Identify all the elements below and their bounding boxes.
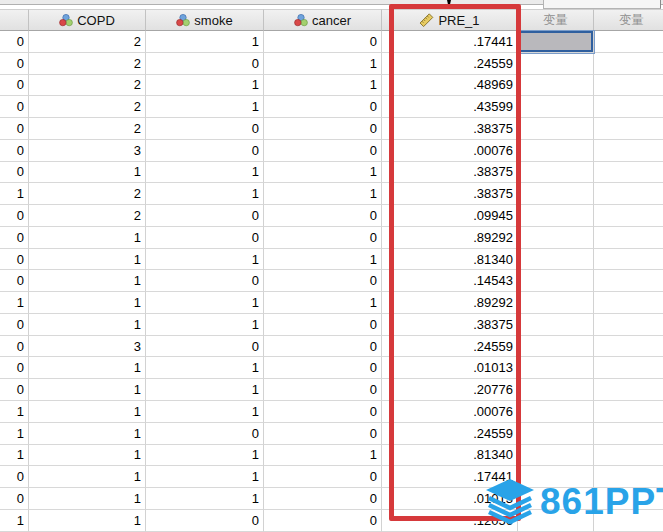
- cell-COPD-row4[interactable]: 2: [29, 96, 146, 118]
- cell-smoke-row3[interactable]: 1: [146, 75, 264, 97]
- cell-cancer-row23[interactable]: 0: [264, 510, 382, 532]
- cell-变量-row14[interactable]: [594, 314, 663, 336]
- cell-变量-row2[interactable]: [594, 53, 663, 75]
- cell-变量-row6[interactable]: [594, 140, 663, 162]
- cell-smoke-row4[interactable]: 1: [146, 96, 264, 118]
- cell-PRE_1-row23[interactable]: .12056: [382, 510, 518, 532]
- cell-变量-row15[interactable]: [518, 336, 594, 358]
- cell-col0-row11[interactable]: 0: [0, 249, 29, 271]
- cell-变量-row1[interactable]: [594, 31, 663, 53]
- cell-变量-row7[interactable]: [518, 162, 594, 184]
- cell-变量-row9[interactable]: [518, 205, 594, 227]
- cell-smoke-row17[interactable]: 1: [146, 379, 264, 401]
- cell-smoke-row16[interactable]: 1: [146, 357, 264, 379]
- column-header-变量[interactable]: 变量: [518, 9, 594, 31]
- cell-变量-row4[interactable]: [594, 96, 663, 118]
- cell-cancer-row18[interactable]: 0: [264, 401, 382, 423]
- cell-PRE_1-row19[interactable]: .24559: [382, 423, 518, 445]
- cell-smoke-row1[interactable]: 1: [146, 31, 264, 53]
- cell-col0-row7[interactable]: 0: [0, 162, 29, 184]
- cell-变量-row2[interactable]: [518, 53, 594, 75]
- cell-变量-row5[interactable]: [594, 118, 663, 140]
- cell-cancer-row21[interactable]: 0: [264, 466, 382, 488]
- cell-变量-row5[interactable]: [518, 118, 594, 140]
- cell-col0-row15[interactable]: 0: [0, 336, 29, 358]
- cell-smoke-row6[interactable]: 0: [146, 140, 264, 162]
- cell-col0-row20[interactable]: 1: [0, 445, 29, 467]
- cell-变量-row21[interactable]: [594, 466, 663, 488]
- cell-cancer-row22[interactable]: 0: [264, 488, 382, 510]
- cell-cancer-row11[interactable]: 1: [264, 249, 382, 271]
- cell-COPD-row21[interactable]: 1: [29, 466, 146, 488]
- cell-col0-row6[interactable]: 0: [0, 140, 29, 162]
- cell-col0-row3[interactable]: 0: [0, 75, 29, 97]
- cell-变量-row16[interactable]: [594, 357, 663, 379]
- cell-smoke-row5[interactable]: 0: [146, 118, 264, 140]
- cell-cancer-row10[interactable]: 0: [264, 227, 382, 249]
- cell-cancer-row16[interactable]: 0: [264, 357, 382, 379]
- cell-PRE_1-row2[interactable]: .24559: [382, 53, 518, 75]
- cell-PRE_1-row1[interactable]: .17441: [382, 31, 518, 53]
- cell-COPD-row1[interactable]: 2: [29, 31, 146, 53]
- cell-变量-row8[interactable]: [594, 183, 663, 205]
- cell-PRE_1-row3[interactable]: .48969: [382, 75, 518, 97]
- cell-PRE_1-row10[interactable]: .89292: [382, 227, 518, 249]
- cell-col0-row12[interactable]: 0: [0, 270, 29, 292]
- cell-变量-row18[interactable]: [594, 401, 663, 423]
- cell-col0-row18[interactable]: 1: [0, 401, 29, 423]
- cell-COPD-row9[interactable]: 2: [29, 205, 146, 227]
- cell-COPD-row17[interactable]: 1: [29, 379, 146, 401]
- cell-cancer-row17[interactable]: 0: [264, 379, 382, 401]
- cell-COPD-row6[interactable]: 3: [29, 140, 146, 162]
- cell-cancer-row2[interactable]: 1: [264, 53, 382, 75]
- cell-col0-row16[interactable]: 0: [0, 357, 29, 379]
- cell-col0-row9[interactable]: 0: [0, 205, 29, 227]
- column-header-COPD[interactable]: COPD: [29, 9, 146, 31]
- cell-COPD-row11[interactable]: 1: [29, 249, 146, 271]
- cell-smoke-row12[interactable]: 0: [146, 270, 264, 292]
- cell-PRE_1-row15[interactable]: .24559: [382, 336, 518, 358]
- cell-变量-row16[interactable]: [518, 357, 594, 379]
- cell-PRE_1-row13[interactable]: .89292: [382, 292, 518, 314]
- cell-变量-row10[interactable]: [594, 227, 663, 249]
- cell-smoke-row7[interactable]: 1: [146, 162, 264, 184]
- cell-PRE_1-row20[interactable]: .81340: [382, 445, 518, 467]
- cell-PRE_1-row18[interactable]: .00076: [382, 401, 518, 423]
- cell-col0-row21[interactable]: 0: [0, 466, 29, 488]
- cell-PRE_1-row12[interactable]: .14543: [382, 270, 518, 292]
- cell-cancer-row15[interactable]: 0: [264, 336, 382, 358]
- cell-PRE_1-row4[interactable]: .43599: [382, 96, 518, 118]
- cell-cancer-row13[interactable]: 1: [264, 292, 382, 314]
- cell-cancer-row14[interactable]: 0: [264, 314, 382, 336]
- column-header-cancer[interactable]: cancer: [264, 9, 382, 31]
- cell-col0-row23[interactable]: 1: [0, 510, 29, 532]
- cell-COPD-row10[interactable]: 1: [29, 227, 146, 249]
- cell-COPD-row8[interactable]: 2: [29, 183, 146, 205]
- cell-PRE_1-row14[interactable]: .38375: [382, 314, 518, 336]
- cell-变量-row17[interactable]: [594, 379, 663, 401]
- cell-col0-row13[interactable]: 1: [0, 292, 29, 314]
- cell-cancer-row12[interactable]: 0: [264, 270, 382, 292]
- cell-变量-row22[interactable]: [518, 488, 594, 510]
- cell-smoke-row15[interactable]: 0: [146, 336, 264, 358]
- cell-变量-row23[interactable]: [594, 510, 663, 532]
- cell-col0-row22[interactable]: 0: [0, 488, 29, 510]
- cell-变量-row22[interactable]: [594, 488, 663, 510]
- cell-smoke-row19[interactable]: 0: [146, 423, 264, 445]
- cell-变量-row10[interactable]: [518, 227, 594, 249]
- cell-COPD-row7[interactable]: 1: [29, 162, 146, 184]
- cell-PRE_1-row8[interactable]: .38375: [382, 183, 518, 205]
- cell-col0-row19[interactable]: 1: [0, 423, 29, 445]
- cell-col0-row10[interactable]: 0: [0, 227, 29, 249]
- cell-变量-row3[interactable]: [594, 75, 663, 97]
- cell-变量-row20[interactable]: [518, 445, 594, 467]
- cell-COPD-row3[interactable]: 2: [29, 75, 146, 97]
- cell-COPD-row20[interactable]: 1: [29, 445, 146, 467]
- cell-变量-row14[interactable]: [518, 314, 594, 336]
- cell-smoke-row14[interactable]: 1: [146, 314, 264, 336]
- cell-cancer-row7[interactable]: 1: [264, 162, 382, 184]
- cell-变量-row23[interactable]: [518, 510, 594, 532]
- cell-smoke-row8[interactable]: 1: [146, 183, 264, 205]
- cell-col0-row17[interactable]: 0: [0, 379, 29, 401]
- cell-smoke-row23[interactable]: 0: [146, 510, 264, 532]
